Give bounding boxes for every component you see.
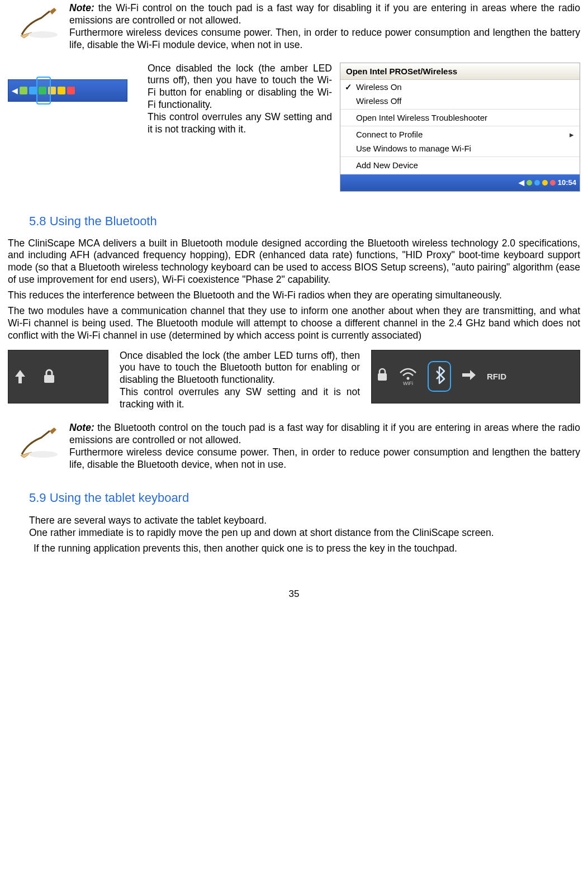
s58-p2: This reduces the interference between th… [8,289,580,302]
menu-item-troubleshooter: Open Intel Wireless Troubleshooter [340,111,580,126]
bluetooth-icon [428,361,451,392]
s59-p1: There are several ways to activate the t… [29,514,580,527]
arrow-up-icon [14,369,26,384]
s58-p3: The two modules have a communication cha… [8,305,580,342]
bluetooth-illustration-row: Once disabled the lock (the amber LED tu… [8,350,580,411]
note-wifi-text: Note: the Wi-Fi control on the touch pad… [69,2,580,51]
tray-highlight-icon [36,77,51,105]
wifi-unlock-text: Once disabled the lock (the amber LED tu… [148,63,332,136]
lock-icon [376,368,388,385]
s58-p1: The CliniScape MCA delivers a built in B… [8,238,580,287]
svg-rect-1 [44,375,54,383]
rfid-label: RFID [487,372,506,381]
system-tray-image: ◀ [8,79,136,102]
page-number: 35 [8,588,580,600]
svg-point-0 [29,31,58,38]
intel-proset-menu: Open Intel PROSet/Wireless Wireless On W… [340,63,580,192]
note-label: Note: [69,422,94,433]
bluetooth-unlock-text: Once disabled the lock (the amber LED tu… [120,350,360,411]
wifi-icon: WiFi [399,367,418,386]
s59-p2: One rather immediate is to rapidly move … [8,527,580,539]
pen-note-icon [8,7,69,40]
menu-item-windows-manage: Use Windows to manage Wi-Fi [340,141,580,157]
arrow-right-icon [461,369,477,384]
svg-point-3 [407,377,410,379]
touchpad-right-image: WiFi RFID [371,350,580,403]
svg-point-4 [29,451,58,458]
menu-title: Open Intel PROSet/Wireless [340,63,580,80]
note-bluetooth: Note: the Bluetooth control on the touch… [8,422,580,471]
menu-item-add-device: Add New Device [340,158,580,174]
heading-5-9: 5.9 Using the tablet keyboard [29,491,580,505]
lock-icon [42,368,56,385]
menu-item-wireless-off: Wireless Off [340,94,580,110]
note-label: Note: [69,2,94,13]
heading-5-8: 5.8 Using the Bluetooth [29,214,580,229]
pen-note-icon [8,426,69,460]
taskbar-clock: 10:54 [558,178,576,187]
taskbar-strip: ◀ 10:54 [340,174,580,191]
menu-item-wireless-on: Wireless On [340,80,580,94]
s59-p3: If the running application prevents this… [8,543,580,555]
note-bluetooth-text: Note: the Bluetooth control on the touch… [69,422,580,471]
touchpad-left-image [8,350,108,403]
menu-item-connect-profile: Connect to Profile [340,127,580,141]
svg-rect-2 [378,373,387,381]
wifi-illustration-row: ◀ Once disabled the lock (the amber LED … [8,63,580,192]
note-wifi: Note: the Wi-Fi control on the touch pad… [8,2,580,51]
